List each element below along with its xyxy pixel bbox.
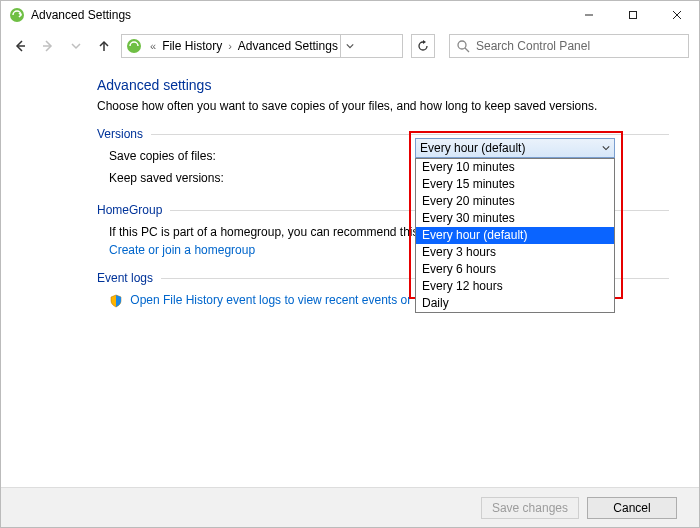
breadcrumb-item[interactable]: Advanced Settings bbox=[236, 39, 340, 53]
svg-point-9 bbox=[458, 41, 466, 49]
address-bar[interactable]: « File History › Advanced Settings bbox=[121, 34, 403, 58]
dropdown-selected-label: Every hour (default) bbox=[420, 141, 525, 155]
save-copies-label: Save copies of files: bbox=[109, 149, 409, 163]
forward-button[interactable] bbox=[37, 35, 59, 57]
dropdown-list: Every 10 minutesEvery 15 minutesEvery 20… bbox=[415, 158, 615, 313]
search-placeholder: Search Control Panel bbox=[476, 39, 590, 53]
close-button[interactable] bbox=[655, 1, 699, 29]
dropdown-option[interactable]: Every 30 minutes bbox=[416, 210, 614, 227]
nav-bar: « File History › Advanced Settings Searc… bbox=[1, 29, 699, 63]
arrow-right-icon bbox=[41, 39, 55, 53]
shield-icon bbox=[109, 294, 123, 308]
chevron-down-icon bbox=[346, 42, 354, 50]
refresh-button[interactable] bbox=[411, 34, 435, 58]
svg-point-8 bbox=[127, 39, 141, 53]
maximize-button[interactable] bbox=[611, 1, 655, 29]
dropdown-option[interactable]: Every 6 hours bbox=[416, 261, 614, 278]
recent-locations-button[interactable] bbox=[65, 35, 87, 57]
eventlogs-link[interactable]: Open File History event logs to view rec… bbox=[130, 293, 445, 307]
dropdown-option[interactable]: Every 3 hours bbox=[416, 244, 614, 261]
svg-rect-2 bbox=[630, 12, 637, 19]
save-changes-button[interactable]: Save changes bbox=[481, 497, 579, 519]
page-title: Advanced settings bbox=[97, 77, 669, 93]
footer-bar: Save changes Cancel bbox=[1, 487, 699, 527]
chevron-down-icon bbox=[71, 41, 81, 51]
dropdown-option[interactable]: Daily bbox=[416, 295, 614, 312]
minimize-button[interactable] bbox=[567, 1, 611, 29]
app-icon bbox=[9, 7, 25, 23]
dropdown-option[interactable]: Every 20 minutes bbox=[416, 193, 614, 210]
page-description: Choose how often you want to save copies… bbox=[97, 99, 669, 113]
refresh-icon bbox=[417, 40, 429, 52]
arrow-up-icon bbox=[97, 39, 111, 53]
address-dropdown-button[interactable] bbox=[340, 35, 360, 57]
search-icon bbox=[456, 39, 470, 53]
search-input[interactable]: Search Control Panel bbox=[449, 34, 689, 58]
chevron-down-icon bbox=[602, 144, 610, 152]
dropdown-option[interactable]: Every 15 minutes bbox=[416, 176, 614, 193]
cancel-button[interactable]: Cancel bbox=[587, 497, 677, 519]
svg-line-10 bbox=[465, 48, 469, 52]
app-icon bbox=[126, 38, 142, 54]
dropdown-selected[interactable]: Every hour (default) bbox=[415, 138, 615, 158]
up-button[interactable] bbox=[93, 35, 115, 57]
title-bar: Advanced Settings bbox=[1, 1, 699, 29]
arrow-left-icon bbox=[13, 39, 27, 53]
dropdown-option[interactable]: Every hour (default) bbox=[416, 227, 614, 244]
chevron-right-icon: › bbox=[224, 40, 236, 52]
save-copies-dropdown[interactable]: Every hour (default) Every 10 minutesEve… bbox=[415, 138, 615, 313]
dropdown-option[interactable]: Every 12 hours bbox=[416, 278, 614, 295]
breadcrumb-prefix: « bbox=[146, 40, 160, 52]
dropdown-option[interactable]: Every 10 minutes bbox=[416, 159, 614, 176]
keep-versions-label: Keep saved versions: bbox=[109, 171, 409, 185]
back-button[interactable] bbox=[9, 35, 31, 57]
window-title: Advanced Settings bbox=[31, 8, 567, 22]
breadcrumb-item[interactable]: File History bbox=[160, 39, 224, 53]
